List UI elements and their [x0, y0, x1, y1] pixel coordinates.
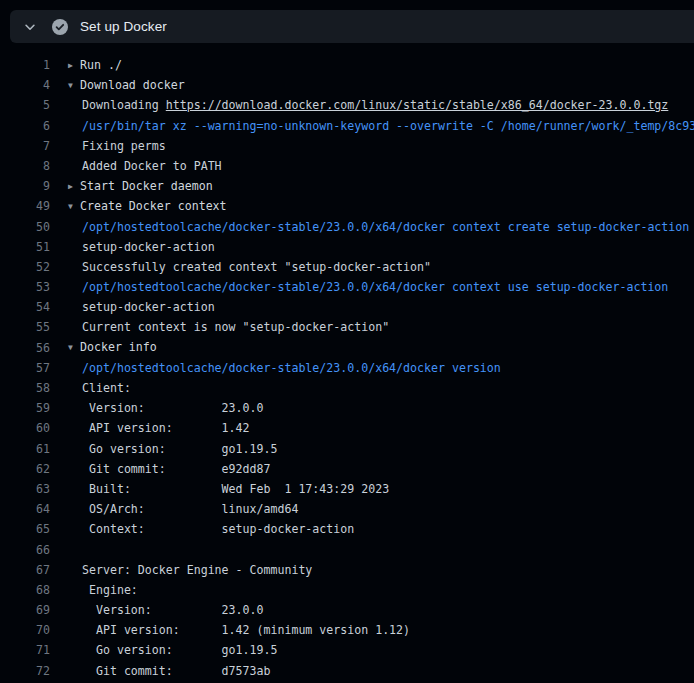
log-line: 6 /usr/bin/tar xz --warning=no-unknown-k… — [0, 116, 694, 136]
log-text: setup-docker-action — [82, 300, 215, 314]
line-number[interactable]: 71 — [0, 640, 50, 660]
log-line: 50 /opt/hostedtoolcache/docker-stable/23… — [0, 217, 694, 237]
log-line: 51 setup-docker-action — [0, 237, 694, 257]
line-number[interactable]: 67 — [0, 560, 50, 580]
line-content: Go version: go1.19.5 — [50, 640, 277, 660]
group-title: Download docker — [80, 78, 185, 92]
line-content: Built: Wed Feb 1 17:43:29 2023 — [50, 479, 389, 499]
line-number[interactable]: 56 — [0, 338, 50, 358]
log-line: 60 API version: 1.42 — [0, 418, 694, 438]
group-title: Run ./ — [80, 58, 122, 72]
line-number[interactable]: 52 — [0, 257, 50, 277]
line-number[interactable]: 60 — [0, 418, 50, 438]
line-content: Downloading https://download.docker.com/… — [50, 95, 668, 115]
line-content: Git commit: e92dd87 — [50, 459, 270, 479]
line-number[interactable]: 61 — [0, 439, 50, 459]
step-header[interactable]: Set up Docker — [10, 10, 694, 43]
command-text: /opt/hostedtoolcache/docker-stable/23.0.… — [82, 280, 668, 294]
line-content: API version: 1.42 (minimum version 1.12) — [50, 620, 410, 640]
line-number[interactable]: 65 — [0, 519, 50, 539]
line-number[interactable]: 59 — [0, 398, 50, 418]
line-content: /opt/hostedtoolcache/docker-stable/23.0.… — [50, 277, 668, 297]
line-number[interactable]: 5 — [0, 95, 50, 115]
line-number[interactable]: 1 — [0, 55, 50, 75]
line-content: Version: 23.0.0 — [50, 398, 263, 418]
log-text: API version: 1.42 (minimum version 1.12) — [82, 623, 410, 637]
line-content: Engine: — [50, 580, 138, 600]
log-line: 66 — [0, 540, 694, 560]
line-number[interactable]: 50 — [0, 217, 50, 237]
line-content[interactable]: ▼Create Docker context — [50, 196, 227, 217]
log-line: 68 Engine: — [0, 580, 694, 600]
collapse-group-icon[interactable]: ▼ — [68, 338, 80, 358]
group-title: Docker info — [80, 340, 157, 354]
line-content[interactable]: ▶Start Docker daemon — [50, 176, 213, 197]
line-number[interactable]: 51 — [0, 237, 50, 257]
line-number[interactable]: 53 — [0, 277, 50, 297]
log-line: 69 Version: 23.0.0 — [0, 600, 694, 620]
line-number[interactable]: 54 — [0, 297, 50, 317]
line-content: Version: 23.0.0 — [50, 600, 263, 620]
log-line: 72 Git commit: d7573ab — [0, 661, 694, 681]
log-line: 71 Go version: go1.19.5 — [0, 640, 694, 660]
command-text: /usr/bin/tar xz --warning=no-unknown-key… — [82, 119, 694, 133]
collapse-group-icon[interactable]: ▼ — [68, 76, 80, 96]
line-content: OS/Arch: linux/amd64 — [50, 499, 298, 519]
line-number[interactable]: 70 — [0, 620, 50, 640]
log-line: 55 Current context is now "setup-docker-… — [0, 317, 694, 337]
expand-group-icon[interactable]: ▶ — [68, 56, 80, 76]
line-number[interactable]: 58 — [0, 378, 50, 398]
group-title: Create Docker context — [80, 199, 227, 213]
line-number[interactable]: 63 — [0, 479, 50, 499]
group-title: Start Docker daemon — [80, 179, 213, 193]
log-line: 7 Fixing perms — [0, 136, 694, 156]
log-line: 65 Context: setup-docker-action — [0, 519, 694, 539]
line-number[interactable]: 66 — [0, 540, 50, 560]
line-number[interactable]: 9 — [0, 176, 50, 196]
log-line: 8 Added Docker to PATH — [0, 156, 694, 176]
line-content: setup-docker-action — [50, 297, 215, 317]
log-text: Current context is now "setup-docker-act… — [82, 320, 389, 334]
line-content[interactable]: ▼Docker info — [50, 337, 157, 358]
log-line: 56 ▼Docker info — [0, 338, 694, 358]
line-number[interactable]: 62 — [0, 459, 50, 479]
log-line: 67 Server: Docker Engine - Community — [0, 560, 694, 580]
line-number[interactable]: 4 — [0, 75, 50, 95]
line-content: setup-docker-action — [50, 237, 215, 257]
line-content: Successfully created context "setup-dock… — [50, 257, 431, 277]
line-content: Client: — [50, 378, 131, 398]
log-line: 63 Built: Wed Feb 1 17:43:29 2023 — [0, 479, 694, 499]
line-content[interactable]: ▶Run ./ — [50, 55, 122, 76]
line-number[interactable]: 55 — [0, 317, 50, 337]
line-number[interactable]: 69 — [0, 600, 50, 620]
check-circle-icon — [52, 19, 68, 35]
line-number[interactable]: 68 — [0, 580, 50, 600]
log-link[interactable]: https://download.docker.com/linux/static… — [166, 98, 669, 112]
log-line: 57 /opt/hostedtoolcache/docker-stable/23… — [0, 358, 694, 378]
log-line: 64 OS/Arch: linux/amd64 — [0, 499, 694, 519]
line-number[interactable]: 7 — [0, 136, 50, 156]
chevron-down-icon[interactable] — [22, 19, 38, 35]
expand-group-icon[interactable]: ▶ — [68, 177, 80, 197]
line-number[interactable]: 64 — [0, 499, 50, 519]
line-content: Context: setup-docker-action — [50, 519, 354, 539]
log-text: Successfully created context "setup-dock… — [82, 260, 431, 274]
line-number[interactable]: 6 — [0, 116, 50, 136]
log-text: Git commit: e92dd87 — [82, 462, 270, 476]
log-text: Git commit: d7573ab — [82, 664, 270, 678]
log-text: Client: — [82, 381, 131, 395]
collapse-group-icon[interactable]: ▼ — [68, 197, 80, 217]
line-number[interactable]: 8 — [0, 156, 50, 176]
log-text: setup-docker-action — [82, 240, 215, 254]
line-number[interactable]: 49 — [0, 196, 50, 216]
line-number[interactable]: 72 — [0, 661, 50, 681]
log-line: 4 ▼Download docker — [0, 75, 694, 95]
log-line: 52 Successfully created context "setup-d… — [0, 257, 694, 277]
log-line: 62 Git commit: e92dd87 — [0, 459, 694, 479]
log-line: 54 setup-docker-action — [0, 297, 694, 317]
line-number[interactable]: 57 — [0, 358, 50, 378]
log-line: 61 Go version: go1.19.5 — [0, 439, 694, 459]
log-line: 5 Downloading https://download.docker.co… — [0, 95, 694, 115]
line-content[interactable]: ▼Download docker — [50, 75, 185, 96]
line-content: Git commit: d7573ab — [50, 661, 270, 681]
